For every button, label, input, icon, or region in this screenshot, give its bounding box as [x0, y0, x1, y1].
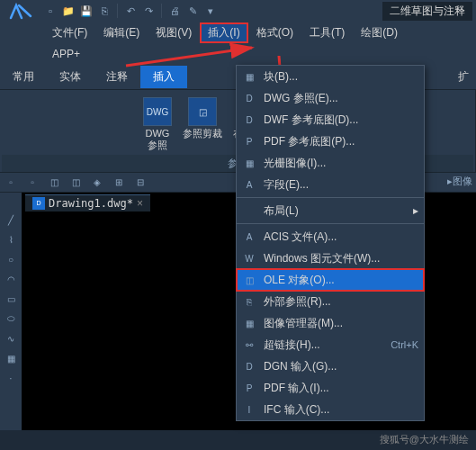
dropdown-item[interactable]: IIFC 输入(C)...: [237, 399, 424, 420]
dwg-file-icon: D: [32, 197, 45, 210]
tb-icon[interactable]: ◫: [47, 176, 61, 190]
undo-icon[interactable]: ↶: [123, 4, 138, 18]
menu-item-label: DWF 参考底图(D)...: [264, 112, 418, 128]
tab-solid[interactable]: 实体: [47, 66, 94, 88]
close-icon[interactable]: ×: [137, 197, 143, 210]
circle-icon[interactable]: ○: [4, 252, 18, 266]
document-tabs: D Drawing1.dwg* ×: [25, 193, 150, 212]
document-name: Drawing1.dwg*: [49, 197, 133, 210]
menu-item-label: 字段(E)...: [264, 177, 418, 193]
tb-icon[interactable]: ◫: [68, 176, 83, 190]
menu-item-icon: ◫: [242, 273, 256, 287]
menu-item-label: 光栅图像(I)...: [264, 156, 418, 171]
arc-icon[interactable]: ◠: [4, 272, 18, 286]
menu-item-icon: A: [242, 177, 256, 192]
saveas-icon[interactable]: ⎘: [97, 4, 112, 18]
dropdown-item[interactable]: DDWF 参考底图(D)...: [237, 109, 424, 130]
app-logo: [4, 0, 40, 22]
dropdown-item[interactable]: AACIS 文件(A)...: [237, 226, 424, 248]
ellipse-icon[interactable]: ⬭: [4, 311, 18, 326]
menu-item-label: PDF 参考底图(P)...: [264, 134, 418, 149]
menubar: 文件(F) 编辑(E) 视图(V) 插入(I) 格式(O) 工具(T) 绘图(D…: [0, 22, 476, 65]
dropdown-item[interactable]: A字段(E)...: [237, 174, 424, 195]
tab-common[interactable]: 常用: [0, 66, 47, 88]
menu-item-label: Windows 图元文件(W)...: [264, 251, 418, 266]
menu-item-icon: ▦: [242, 316, 256, 330]
menu-edit[interactable]: 编辑(E): [96, 23, 147, 42]
dropdown-icon[interactable]: ▾: [203, 4, 218, 18]
menu-item-label: 布局(L): [264, 203, 406, 219]
dropdown-item[interactable]: DDWG 参照(E)...: [237, 87, 424, 109]
menu-item-icon: ⎘: [242, 294, 256, 309]
dropdown-item[interactable]: ◫OLE 对象(O)...: [237, 269, 424, 291]
redo-icon[interactable]: ↷: [141, 4, 156, 18]
menu-format[interactable]: 格式(O): [249, 23, 301, 42]
workspace-mode[interactable]: 二维草图与注释: [382, 2, 472, 21]
submenu-icon: ▸: [413, 204, 418, 217]
tb-icon[interactable]: ⊞: [112, 176, 126, 190]
clip-icon: ◲: [188, 97, 217, 126]
dropdown-item[interactable]: DDGN 输入(G)...: [237, 356, 424, 377]
dropdown-item[interactable]: PPDF 参考底图(P)...: [237, 130, 424, 152]
menu-item-label: DWG 参照(E)...: [264, 91, 418, 106]
rect-icon[interactable]: ▭: [4, 292, 18, 306]
shortcut: Ctrl+K: [391, 339, 418, 350]
tab-annotate[interactable]: 注释: [94, 66, 140, 88]
dropdown-item[interactable]: ⎘外部参照(R)...: [237, 291, 424, 312]
dropdown-item[interactable]: WWindows 图元文件(W)...: [237, 248, 424, 269]
menu-file[interactable]: 文件(F): [45, 23, 94, 42]
save-icon[interactable]: 💾: [79, 4, 94, 18]
menu-item-icon: D: [242, 359, 256, 374]
spline-icon[interactable]: ∿: [4, 331, 18, 346]
menu-item-icon: W: [242, 251, 256, 266]
dwg-ref-button[interactable]: DWG DWG 参照: [139, 94, 175, 155]
menu-item-label: DGN 输入(G)...: [264, 359, 418, 374]
tab-insert[interactable]: 插入: [140, 66, 187, 88]
quick-access-toolbar: ▫ 📁 💾 ⎘ ↶ ↷ 🖨 ✎ ▾ 二维草图与注释: [0, 0, 476, 22]
menu-tools[interactable]: 工具(T): [302, 23, 352, 42]
clip-ref-button[interactable]: ◲ 参照剪裁: [179, 94, 226, 143]
dropdown-item[interactable]: ⚯超链接(H)...Ctrl+K: [237, 334, 424, 356]
open-icon[interactable]: 📁: [61, 4, 76, 18]
insert-dropdown: ▦块(B)...DDWG 参照(E)...DDWF 参考底图(D)...PPDF…: [236, 65, 425, 421]
polyline-icon[interactable]: ⌇: [4, 232, 18, 247]
brush-icon[interactable]: ✎: [185, 4, 200, 18]
dwg-icon: DWG: [143, 97, 172, 126]
watermark: 搜狐号@大水牛测绘: [380, 433, 469, 446]
menu-item-icon: P: [242, 134, 256, 148]
vertical-toolbar: ╱ ⌇ ○ ◠ ▭ ⬭ ∿ ▦ ·: [0, 193, 22, 430]
menu-draw[interactable]: 绘图(D): [354, 23, 405, 42]
tb-icon[interactable]: ⊟: [133, 176, 148, 190]
menu-item-icon: D: [242, 112, 256, 127]
menu-item-icon: D: [242, 91, 256, 105]
menu-item-label: OLE 对象(O)...: [264, 273, 418, 288]
tb-icon[interactable]: ▫: [4, 176, 18, 190]
menu-item-icon: ▦: [242, 156, 256, 170]
dropdown-item[interactable]: ▦图像管理器(M)...: [237, 312, 424, 334]
menu-item-label: IFC 输入(C)...: [264, 402, 418, 418]
new-icon[interactable]: ▫: [43, 4, 58, 18]
menu-item-label: PDF 输入(I)...: [264, 381, 418, 396]
tb-icon[interactable]: ▫: [25, 176, 40, 190]
side-image[interactable]: ▸图像: [444, 173, 476, 190]
hatch-icon[interactable]: ▦: [4, 351, 18, 365]
menu-item-icon: P: [242, 381, 256, 395]
dropdown-item[interactable]: ▦块(B)...: [237, 66, 424, 87]
dropdown-item[interactable]: 布局(L)▸: [237, 200, 424, 221]
menu-item-label: 块(B)...: [264, 69, 418, 85]
menu-item-label: 图像管理器(M)...: [264, 316, 418, 331]
tb-icon[interactable]: ◈: [90, 176, 104, 190]
point-icon[interactable]: ·: [4, 371, 18, 385]
document-tab[interactable]: D Drawing1.dwg* ×: [25, 194, 150, 212]
print-icon[interactable]: 🖨: [167, 4, 182, 18]
menu-item-label: 外部参照(R)...: [264, 294, 418, 310]
menu-item-label: 超链接(H)...: [264, 338, 383, 353]
line-icon[interactable]: ╱: [4, 212, 18, 227]
menu-view[interactable]: 视图(V): [148, 23, 199, 42]
dropdown-item[interactable]: ▦光栅图像(I)...: [237, 152, 424, 174]
menu-item-icon: [242, 203, 256, 218]
tab-ext[interactable]: 扩: [451, 66, 476, 88]
menu-insert[interactable]: 插入(I): [201, 23, 247, 42]
menu-app-plus[interactable]: APP+: [45, 46, 87, 62]
dropdown-item[interactable]: PPDF 输入(I)...: [237, 377, 424, 399]
